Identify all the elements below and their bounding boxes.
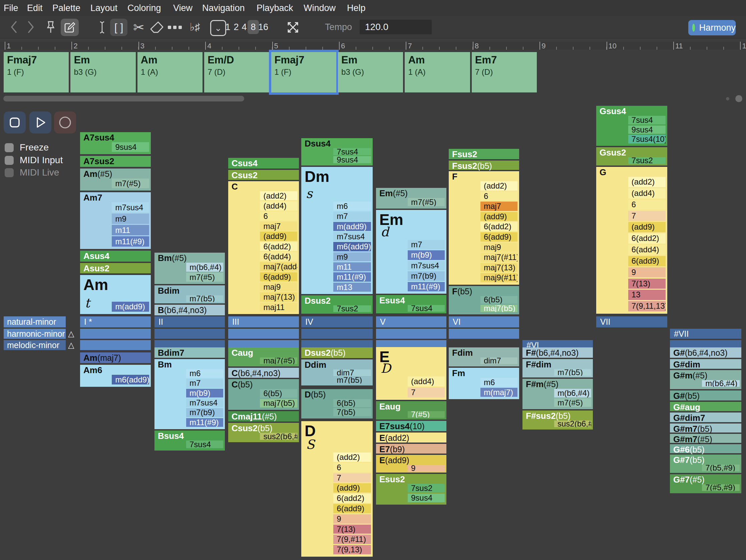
chord-variant[interactable]: m7(#5) [112, 178, 149, 188]
chord-block[interactable]: Bm(#5)m(b6,#4)m7(#5) [154, 253, 225, 284]
chord-block[interactable]: Fsus2 [449, 149, 519, 159]
chord-variant[interactable]: m6 [481, 378, 517, 387]
chord-variant[interactable]: 6(add9) [333, 504, 371, 513]
grid-value-2[interactable]: 2 [233, 20, 240, 34]
menu-playback[interactable]: Playback [257, 0, 293, 16]
chord-block[interactable]: G#aug [670, 402, 741, 411]
chord-block[interactable]: F(b5)6(b5)maj7(b5) [449, 286, 519, 314]
chord-block[interactable]: F#m(#5)m(b6,#4)m7(#5) [522, 379, 593, 409]
chord-block[interactable]: G#dim7 [670, 413, 741, 422]
chord-variant[interactable]: (add4) [408, 376, 445, 387]
chord-variant[interactable]: maj9(#11) [481, 273, 517, 282]
chord-variant[interactable]: (add2) [260, 191, 297, 200]
menu-coloring[interactable]: Coloring [127, 0, 161, 16]
chord-variant[interactable]: m11(#9) [112, 236, 149, 247]
chord-variant[interactable]: (add9) [628, 222, 666, 232]
chord-block[interactable]: F#sus2(b5)sus2(b6,#4) [522, 411, 593, 429]
degree-row-III[interactable]: III [228, 316, 299, 327]
chord-variant[interactable]: 7(#5) [408, 411, 445, 418]
chord-variant[interactable]: 7(9,11,13) [628, 301, 666, 311]
menu-file[interactable]: File [4, 0, 18, 16]
chord-variant[interactable]: (add2) [481, 181, 517, 191]
chord-block[interactable]: Asus2 [80, 263, 151, 273]
checkbox-icon[interactable] [5, 143, 14, 152]
chord-block[interactable]: Fmm6m(maj7) [449, 368, 519, 399]
chord-block[interactable]: C(b6,#4,no3) [228, 368, 299, 378]
menu-help[interactable]: Help [347, 0, 366, 16]
chord-block[interactable]: Csus4 [228, 158, 299, 169]
chord-block[interactable]: Dsus27sus2 [301, 296, 373, 314]
chord-variant[interactable]: m(b6,#4) [702, 380, 740, 387]
chord-variant[interactable]: 7 [333, 473, 371, 482]
chord-block[interactable]: F(add2)6maj7(add9)6(add2)6(add9)maj9maj7… [449, 171, 519, 285]
scale-harmonic-minor[interactable]: harmonic-minor [4, 329, 66, 339]
chord-variant[interactable]: 7sus2 [628, 157, 666, 164]
chord-variant[interactable]: 7sus2 [333, 305, 371, 312]
chord-variant[interactable]: m7(b5) [186, 296, 223, 302]
chord-variant[interactable]: maj9 [481, 243, 517, 252]
chord-variant[interactable]: 6(b5) [260, 389, 297, 398]
chord-block[interactable]: G#(b5) [670, 390, 741, 400]
degree-row-r2[interactable] [228, 329, 299, 339]
chord-variant[interactable]: m9 [112, 214, 149, 224]
chord-variant[interactable]: m13 [333, 283, 371, 292]
chord-variant[interactable]: m(b6,#4) [554, 389, 591, 397]
degree-row-II[interactable]: II [154, 316, 225, 327]
chord-region[interactable]: Em/D7 (D) [204, 52, 269, 92]
chord-variant[interactable]: (add2) [628, 177, 666, 187]
chord-variant[interactable]: sus2(b6,#4) [554, 420, 591, 427]
chord-block[interactable]: E7(b9) [376, 444, 447, 453]
chord-block[interactable]: Am6m6(add9) [80, 365, 151, 387]
grid-value-16[interactable]: 16 [257, 20, 269, 34]
overflow-dots-icon[interactable] [166, 20, 184, 35]
chord-variant[interactable]: (add9) [481, 212, 517, 221]
chord-block[interactable]: Am(#5)m7(#5) [80, 169, 151, 191]
chord-region[interactable]: Am1 (A) [138, 52, 202, 92]
chord-variant[interactable]: m7(b9) [186, 408, 223, 417]
chord-variant[interactable]: 7sus4 [408, 305, 445, 312]
tempo-input[interactable]: 120.0 [360, 20, 432, 34]
chord-block[interactable]: G(add2)(add4)67(add9)6(add2)6(add4)6(add… [596, 167, 667, 314]
check-toggle-icon[interactable]: ⌄ [210, 20, 226, 36]
grid-value-1[interactable]: 1 [224, 20, 232, 34]
chord-variant[interactable]: 6 [628, 200, 666, 210]
chord-variant[interactable]: 6(add2) [481, 222, 517, 231]
chord-variant[interactable]: maj7(13) [481, 263, 517, 272]
chord-variant[interactable]: maj7(b5) [260, 399, 297, 408]
chord-block[interactable]: B(b6,#4,no3) [154, 305, 225, 315]
chord-variant[interactable]: m(maj7) [481, 388, 517, 397]
chord-block[interactable]: Asus4 [80, 251, 151, 262]
chord-region[interactable]: Am1 (A) [405, 52, 470, 92]
grid-value-4[interactable]: 4 [240, 20, 248, 34]
chord-block[interactable]: G#7(#5)7(#5,#9) [670, 474, 741, 493]
chord-variant[interactable]: maj11 [260, 303, 297, 312]
scale-natural-minor[interactable]: natural-minor [4, 316, 66, 327]
chord-variant[interactable]: 13 [628, 290, 666, 300]
harmony-track-badge[interactable]: Harmony [688, 20, 736, 35]
chord-variant[interactable]: m7(#5) [554, 398, 591, 407]
chord-variant[interactable]: 7sus2 [408, 484, 445, 493]
chord-block[interactable]: Am7m7sus4m9m11m11(#9) [80, 192, 151, 249]
chord-region[interactable]: Emb3 (G) [338, 52, 403, 92]
chord-variant[interactable]: maj7 [481, 202, 517, 211]
degree-row-r2[interactable] [301, 329, 373, 339]
chord-variant[interactable]: maj9 [260, 282, 297, 291]
stop-button[interactable] [4, 111, 26, 134]
degree-row-r2[interactable] [154, 329, 225, 339]
menu-view[interactable]: View [173, 0, 193, 16]
expand-icon[interactable] [284, 19, 302, 35]
chord-variant[interactable]: sus2(b6,#4) [260, 433, 297, 440]
chord-block[interactable]: Bdimm7(b5) [154, 285, 225, 303]
chord-variant[interactable]: m7sus4 [408, 261, 445, 270]
chord-block[interactable]: F#dimm7(b5) [522, 359, 593, 377]
degree-row-VII[interactable]: VII [596, 316, 667, 327]
chord-region-selected[interactable]: Fmaj71 (F) [271, 52, 336, 92]
chord-variant[interactable]: 7 [408, 388, 445, 397]
chord-block[interactable]: C(add2)(add4)6maj7(add9)6(add2)6(add4)ma… [228, 181, 299, 314]
chord-variant[interactable]: m6 [333, 202, 371, 211]
chord-variant[interactable]: 6(add9) [481, 232, 517, 242]
chord-variant[interactable]: m(add9) [112, 302, 149, 312]
chord-variant[interactable]: m(add9) [333, 222, 371, 231]
chord-block[interactable]: Bsus47sus4 [154, 430, 225, 451]
chord-variant[interactable]: (add4) [260, 201, 297, 210]
